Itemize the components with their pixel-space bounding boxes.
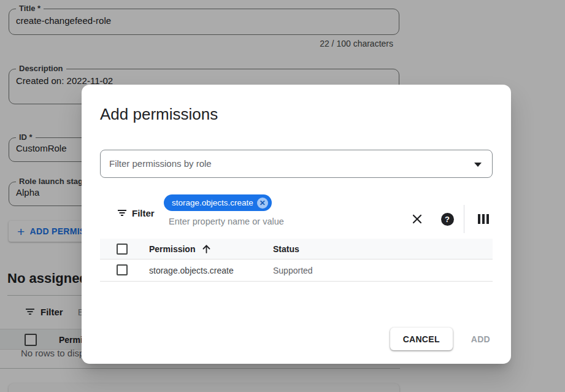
role-filter-placeholder: Filter permissions by role <box>109 158 212 169</box>
toolbar-divider <box>464 205 464 233</box>
help-button[interactable]: ? <box>438 210 456 228</box>
clear-filters-button[interactable] <box>408 210 426 228</box>
add-permissions-dialog: Add permissions Filter permissions by ro… <box>82 85 511 364</box>
chip-remove-icon[interactable]: ✕ <box>257 198 268 209</box>
column-display-button[interactable] <box>474 210 493 228</box>
filter-button[interactable]: Filter <box>117 207 155 218</box>
sort-ascending-icon <box>202 244 211 254</box>
permissions-table: Permission Status storage.objects.create… <box>100 239 493 282</box>
filter-label: Filter <box>132 208 155 218</box>
permissions-table-header: Permission Status <box>100 239 493 259</box>
dialog-title: Add permissions <box>100 105 218 124</box>
col-status-label: Status <box>273 244 299 254</box>
permission-cell: storage.objects.create <box>149 266 234 275</box>
permissions-filter-toolbar: Filter storage.objects.create ✕ Enter pr… <box>100 190 493 237</box>
row-checkbox[interactable] <box>117 264 128 275</box>
filter-input[interactable]: Enter property name or value <box>169 217 284 226</box>
cancel-button[interactable]: CANCEL <box>390 328 453 350</box>
filter-list-icon <box>117 207 128 218</box>
add-button[interactable]: ADD <box>469 334 493 344</box>
help-icon: ? <box>441 213 454 226</box>
page: Title * create-changefeed-role 22 / 100 … <box>0 0 565 392</box>
chevron-down-icon <box>474 163 482 167</box>
close-icon <box>412 213 423 225</box>
status-cell: Supported <box>273 266 313 275</box>
filter-chip-value: storage.objects.create <box>172 198 253 207</box>
col-permission-label: Permission <box>149 244 195 254</box>
select-all-checkbox[interactable] <box>117 244 128 255</box>
dialog-actions: CANCEL ADD <box>390 328 493 350</box>
toolbar-actions: ? <box>408 205 493 233</box>
permission-row[interactable]: storage.objects.create Supported <box>100 259 493 282</box>
columns-icon <box>478 214 490 224</box>
filter-chip[interactable]: storage.objects.create ✕ <box>164 194 272 211</box>
role-filter-dropdown[interactable]: Filter permissions by role <box>100 150 493 178</box>
col-permission-sort[interactable]: Permission <box>149 244 211 254</box>
